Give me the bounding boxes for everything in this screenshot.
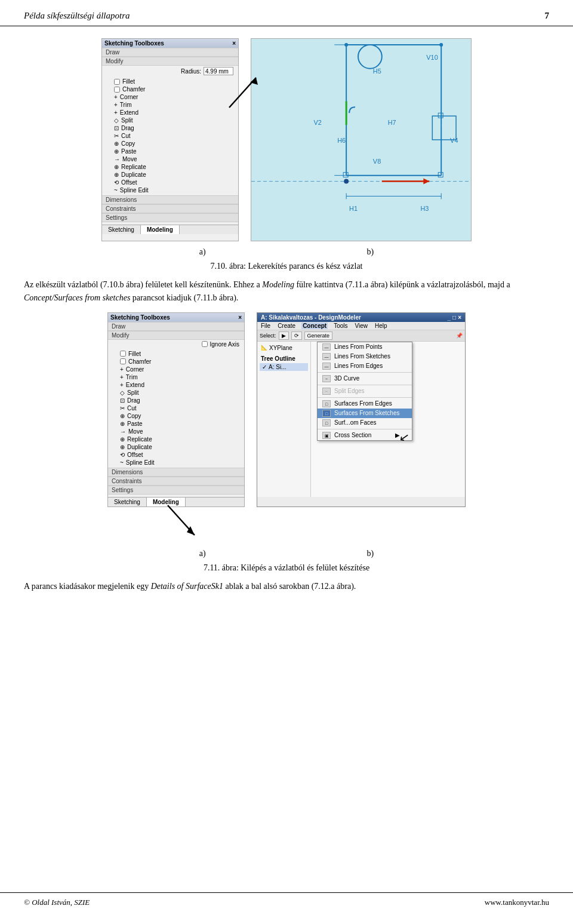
toolbox-b-paste[interactable]: ⊕ Paste <box>108 420 244 428</box>
toolbox-b-chamfer[interactable]: Chamfer <box>108 358 244 366</box>
b-spline-icon: ~ <box>120 459 124 466</box>
toolbox-b-copy[interactable]: ⊕ Copy <box>108 412 244 420</box>
text-block-2-part2: ablak a bal alsó sarokban (7.12.a ábra). <box>223 582 356 591</box>
toolbox-item-paste[interactable]: ⊕ Paste <box>102 148 238 155</box>
toolbox-close-a[interactable]: × <box>232 40 236 47</box>
ignore-axis-checkbox[interactable] <box>202 341 208 347</box>
svg-point-32 <box>344 43 348 47</box>
b-extend-icon: + <box>120 382 124 388</box>
b-split-icon: ◇ <box>120 389 125 396</box>
toolbox-item-extend[interactable]: + Extend <box>102 109 238 116</box>
svg-text:V4: V4 <box>450 137 458 144</box>
tab-sketching-a[interactable]: Sketching <box>102 225 141 234</box>
toolbox-b-duplicate[interactable]: ⊕ Duplicate <box>108 443 244 451</box>
toolbox-item-replicate[interactable]: ⊕ Replicate <box>102 163 238 171</box>
radius-input[interactable] <box>204 67 233 75</box>
offset-icon: ⟲ <box>114 179 119 186</box>
dm-lines-from-edges[interactable]: — Lines From Edges <box>318 361 412 371</box>
toolbox-item-copy[interactable]: ⊕ Copy <box>102 140 238 148</box>
toolbox-b-drag[interactable]: ⊡ Drag <box>108 397 244 404</box>
figure-11-labels: a) b) <box>24 549 549 558</box>
toolbox-b-extend[interactable]: + Extend <box>108 381 244 389</box>
figure-11-row: Sketching Toolboxes × Draw Modify Ignore… <box>24 312 549 507</box>
toolbox-item-spline[interactable]: ~ Spline Edit <box>102 186 238 194</box>
toolbox-b-spline[interactable]: ~ Spline Edit <box>108 459 244 466</box>
dm-surfaces-from-edges[interactable]: □ Surfaces From Edges <box>318 399 412 409</box>
svg-text:V2: V2 <box>313 119 321 126</box>
toolbox-b-replicate[interactable]: ⊕ Replicate <box>108 435 244 443</box>
toolbox-b-trim[interactable]: + Trim <box>108 373 244 381</box>
dm-cross-section[interactable]: ▣ Cross Section ▶ <box>318 431 412 440</box>
dm-lines-from-points[interactable]: — Lines From Points <box>318 342 412 352</box>
dm-3d-curve[interactable]: ~ 3D Curve <box>318 374 412 383</box>
b-chamfer-checkbox[interactable] <box>120 358 126 364</box>
text-block-2: A parancs kiadásakor megjelenik egy Deta… <box>24 580 549 593</box>
figure-11-label-a: a) <box>199 549 206 558</box>
dm-toolbar-refresh-btn[interactable]: ⟳ <box>291 331 302 340</box>
toolbox-item-drag[interactable]: ⊡ Drag <box>102 124 238 132</box>
dm-surfaces-from-sketches[interactable]: □ Surfaces From Sketches <box>318 409 412 418</box>
chamfer-checkbox[interactable] <box>114 87 120 93</box>
toolbox-item-cut[interactable]: ✂ Cut <box>102 132 238 140</box>
tab-modeling-a[interactable]: Modeling <box>141 225 180 234</box>
toolbox-modify-section-a: Modify <box>102 57 238 66</box>
fillet-checkbox[interactable] <box>114 79 120 85</box>
dm-toolbar-arrow-btn[interactable]: ▶ <box>279 331 289 340</box>
toolbox-item-duplicate[interactable]: ⊕ Duplicate <box>102 171 238 179</box>
toolbox-item-fillet[interactable]: Fillet <box>102 78 238 85</box>
dm-xyplane-item[interactable]: 📐 XYPlane <box>260 344 308 352</box>
dm-menu-tools[interactable]: Tools <box>332 323 349 329</box>
move-icon: → <box>114 156 120 162</box>
toolbox-b-move[interactable]: → Move <box>108 428 244 435</box>
b-fillet-checkbox[interactable] <box>120 351 126 357</box>
dm-menu-concept[interactable]: Concept <box>301 323 328 329</box>
dm-menu-file[interactable]: File <box>260 323 272 329</box>
dm-menubar: File Create Concept Tools View Help <box>257 322 465 330</box>
dm-lines-from-sketches[interactable]: — Lines From Sketches <box>318 352 412 361</box>
toolbox-b: Sketching Toolboxes × Draw Modify Ignore… <box>107 312 245 507</box>
dm-minimize-btn[interactable]: _ <box>448 314 451 321</box>
dm-generate-btn[interactable]: Generate <box>304 331 333 340</box>
arrow-svg-11a <box>156 502 204 541</box>
toolbox-item-move[interactable]: → Move <box>102 155 238 163</box>
dm-toolbar-select-label: Select: <box>260 333 276 339</box>
dm-tree-si-item[interactable]: ✓ A: Si... <box>260 363 308 371</box>
dm-menu-create[interactable]: Create <box>276 323 297 329</box>
b-trim-icon: + <box>120 374 124 380</box>
dm-surfaces-from-faces[interactable]: □ Surf...om Faces <box>318 418 412 428</box>
tab-sketching-b[interactable]: Sketching <box>108 498 147 506</box>
toolbox-b-split[interactable]: ◇ Split <box>108 389 244 397</box>
toolbox-b-corner[interactable]: + Corner <box>108 366 244 373</box>
dm-window-controls[interactable]: _ □ × <box>448 314 461 321</box>
concept-italic: Concept/Surfaces from sketches <box>24 293 130 302</box>
lines-from-sketches-icon: — <box>322 353 331 360</box>
tab-modeling-b[interactable]: Modeling <box>147 498 186 506</box>
footer-left: © Oldal István, SZIE <box>24 898 90 907</box>
svg-text:H1: H1 <box>349 205 358 212</box>
cut-icon: ✂ <box>114 133 119 139</box>
dm-close-btn[interactable]: × <box>458 314 461 321</box>
split-icon: ◇ <box>114 117 119 124</box>
text-block-2-part1: A parancs kiadásakor megjelenik egy <box>24 582 151 591</box>
dm-panel-pin[interactable]: 📌 <box>456 333 463 339</box>
toolbox-item-corner[interactable]: + Corner <box>102 93 238 101</box>
svg-line-34 <box>168 505 195 535</box>
dm-check-icon: ✓ <box>262 364 267 370</box>
dm-menu-help[interactable]: Help <box>374 323 389 329</box>
toolbox-b-cut[interactable]: ✂ Cut <box>108 404 244 412</box>
dm-maximize-btn[interactable]: □ <box>452 314 456 321</box>
toolbox-tabs-b: Sketching Modeling <box>108 497 244 506</box>
dm-menu-view[interactable]: View <box>354 323 369 329</box>
toolbox-b-offset[interactable]: ⟲ Offset <box>108 451 244 459</box>
toolbox-dimensions-b: Dimensions <box>108 468 244 477</box>
toolbox-item-chamfer[interactable]: Chamfer <box>102 85 238 93</box>
toolbox-b-fillet[interactable]: Fillet <box>108 350 244 358</box>
toolbox-item-trim[interactable]: + Trim <box>102 101 238 109</box>
dm-right-panel: — Lines From Points — Lines From Sketche… <box>311 342 465 497</box>
toolbox-close-b[interactable]: × <box>238 314 242 321</box>
spline-icon: ~ <box>114 187 118 194</box>
cross-section-submenu-arrow: ▶ <box>395 432 400 438</box>
toolbox-item-split[interactable]: ◇ Split <box>102 116 238 124</box>
b-corner-icon: + <box>120 366 124 373</box>
toolbox-item-offset[interactable]: ⟲ Offset <box>102 179 238 186</box>
